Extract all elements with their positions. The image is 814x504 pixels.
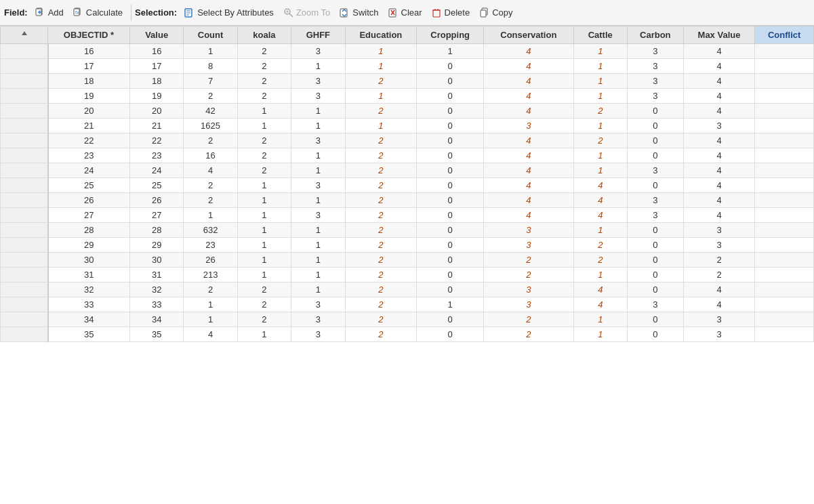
cell-conservation: 2: [484, 312, 573, 327]
cell-objectid: 23: [48, 148, 130, 163]
add-button[interactable]: Add: [30, 5, 68, 20]
col-header-maxvalue[interactable]: Max Value: [683, 26, 755, 44]
table-row[interactable]: 2727113204434: [1, 208, 814, 223]
col-header-education[interactable]: Education: [345, 26, 417, 44]
row-index: [1, 282, 48, 297]
cell-cattle: 1: [573, 268, 627, 282]
attribute-table-container[interactable]: OBJECTID * Value Count koala GHFF Educat…: [0, 26, 814, 504]
cell-cattle: 4: [573, 297, 627, 312]
col-header-objectid[interactable]: OBJECTID *: [48, 26, 130, 44]
table-row[interactable]: 3232221203404: [1, 282, 814, 297]
cell-ghff: 3: [291, 133, 345, 148]
cell-objectid: 22: [48, 133, 130, 148]
cell-cattle: 1: [573, 119, 627, 133]
calculate-button[interactable]: fx Calculate: [68, 5, 127, 20]
cell-maxvalue: 4: [683, 59, 755, 74]
zoom-to-icon: [283, 7, 294, 18]
cell-koala: 2: [237, 282, 291, 297]
add-icon: [35, 7, 46, 18]
table-row[interactable]: 1919223104134: [1, 89, 814, 104]
table-row[interactable]: 30302611202202: [1, 253, 814, 268]
cell-koala: 2: [237, 74, 291, 89]
svg-marker-25: [22, 31, 27, 35]
table-row[interactable]: 3434123202103: [1, 312, 814, 327]
cell-count: 23: [184, 238, 237, 253]
delete-button[interactable]: Delete: [427, 5, 475, 20]
table-row[interactable]: 2626211204434: [1, 193, 814, 208]
copy-label: Copy: [492, 7, 512, 18]
switch-button[interactable]: Switch: [335, 5, 383, 20]
cell-ghff: 1: [291, 148, 345, 163]
cell-maxvalue: 4: [683, 178, 755, 193]
table-row[interactable]: 2525213204404: [1, 178, 814, 193]
cell-koala: 2: [237, 163, 291, 178]
cell-value: 23: [129, 148, 183, 163]
cell-cropping: 0: [417, 223, 484, 238]
cell-count: 1: [184, 208, 237, 223]
col-header-koala[interactable]: koala: [237, 26, 291, 44]
row-index: [1, 59, 48, 74]
cell-education: 1: [345, 44, 417, 59]
cell-conflict: [755, 133, 814, 148]
col-header-conservation[interactable]: Conservation: [484, 26, 573, 44]
table-row[interactable]: 1717821104134: [1, 59, 814, 74]
cell-conservation: 3: [484, 238, 573, 253]
zoom-to-button[interactable]: Zoom To: [279, 5, 335, 20]
col-header-count[interactable]: Count: [184, 26, 237, 44]
table-row[interactable]: 2424421204134: [1, 163, 814, 178]
select-by-attributes-button[interactable]: Select By Attributes: [180, 5, 279, 20]
col-header-carbon[interactable]: Carbon: [627, 26, 683, 44]
cell-carbon: 3: [627, 44, 683, 59]
cell-value: 26: [129, 193, 183, 208]
table-row[interactable]: 1818723204134: [1, 74, 814, 89]
cell-cattle: 2: [573, 238, 627, 253]
cell-value: 16: [129, 44, 183, 59]
cell-conflict: [755, 148, 814, 163]
cell-education: 2: [345, 297, 417, 312]
col-header-cropping[interactable]: Cropping: [417, 26, 484, 44]
cell-maxvalue: 4: [683, 133, 755, 148]
cell-carbon: 0: [627, 327, 683, 342]
table-row[interactable]: 29292311203203: [1, 238, 814, 253]
cell-ghff: 1: [291, 59, 345, 74]
cell-cattle: 1: [573, 148, 627, 163]
table-row[interactable]: 3535413202103: [1, 327, 814, 342]
table-row[interactable]: 1616123114134: [1, 44, 814, 59]
table-row[interactable]: 313121311202102: [1, 268, 814, 282]
cell-count: 7: [184, 74, 237, 89]
copy-button[interactable]: Copy: [474, 5, 517, 20]
row-index: [1, 89, 48, 104]
cell-koala: 1: [237, 178, 291, 193]
cell-count: 1625: [184, 119, 237, 133]
cell-conflict: [755, 312, 814, 327]
table-row[interactable]: 3333123213434: [1, 297, 814, 312]
table-row[interactable]: 20204211204204: [1, 104, 814, 119]
row-index: [1, 268, 48, 282]
clear-icon: [388, 7, 399, 18]
cell-value: 20: [129, 104, 183, 119]
col-header-conflict[interactable]: Conflict: [755, 26, 814, 44]
cell-conflict: [755, 178, 814, 193]
cell-maxvalue: 4: [683, 193, 755, 208]
cell-education: 2: [345, 312, 417, 327]
cell-ghff: 1: [291, 253, 345, 268]
cell-ghff: 1: [291, 119, 345, 133]
table-row[interactable]: 2121162511103103: [1, 119, 814, 133]
table-row[interactable]: 23231621204104: [1, 148, 814, 163]
clear-button[interactable]: Clear: [384, 5, 427, 20]
col-header-value[interactable]: Value: [129, 26, 183, 44]
add-label: Add: [48, 7, 64, 18]
cell-conservation: 2: [484, 327, 573, 342]
cell-count: 2: [184, 178, 237, 193]
table-row[interactable]: 282863211203103: [1, 223, 814, 238]
cell-cropping: 0: [417, 253, 484, 268]
cell-education: 2: [345, 327, 417, 342]
table-row[interactable]: 2222223204204: [1, 133, 814, 148]
cell-conflict: [755, 104, 814, 119]
col-header-ghff[interactable]: GHFF: [291, 26, 345, 44]
cell-conservation: 3: [484, 119, 573, 133]
col-header-cattle[interactable]: Cattle: [573, 26, 627, 44]
cell-cattle: 1: [573, 59, 627, 74]
cell-value: 17: [129, 59, 183, 74]
cell-carbon: 0: [627, 312, 683, 327]
